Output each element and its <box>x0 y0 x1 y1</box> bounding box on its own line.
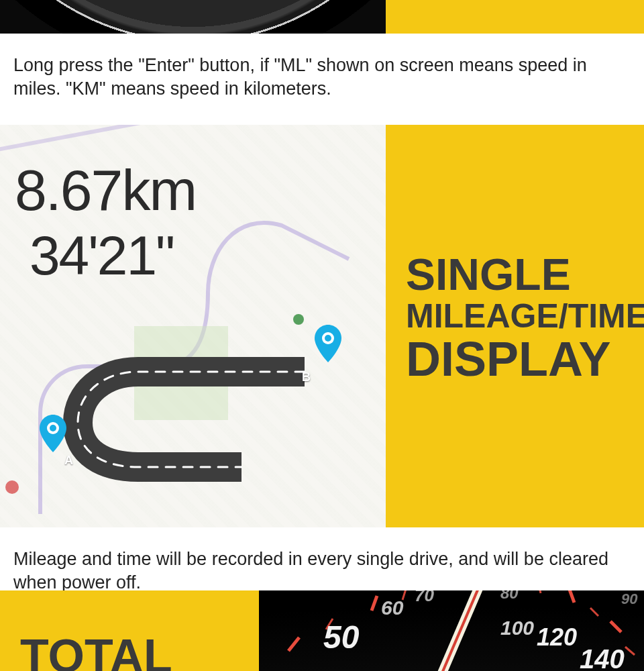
map-pin-b-icon <box>314 325 342 362</box>
bottom-strip: TOTAL <box>0 590 644 671</box>
speedometer-fragment: 50 60 70 80 90 100 120 140 <box>259 590 644 671</box>
hero-title: SINGLE MILEAGE/TIME DISPLAY <box>406 252 644 384</box>
trip-duration-value: 34'21" <box>30 224 174 287</box>
svg-point-1 <box>293 314 304 325</box>
trip-distance-value: 8.67km <box>15 157 196 223</box>
gauge-number: 120 <box>537 623 577 651</box>
hero-title-line3: DISPLAY <box>406 335 644 384</box>
point-label-b: B <box>302 370 311 384</box>
svg-point-4 <box>325 335 331 342</box>
top-gauge-fragment <box>0 0 386 34</box>
map-panel: 8.67km 34'21" B A <box>0 125 386 527</box>
map-pin-a-icon <box>39 415 67 452</box>
bottom-accent-block: TOTAL <box>0 590 259 671</box>
gauge-number: 50 <box>323 619 360 655</box>
gauge-number: 100 <box>500 617 534 639</box>
point-label-a: A <box>64 454 73 468</box>
instruction-text-1: Long press the "Enter" button, if "ML" s… <box>0 34 644 125</box>
s-road-icon <box>31 340 353 487</box>
gauge-number: 140 <box>580 644 625 671</box>
svg-point-0 <box>5 480 19 494</box>
gauge-number: 90 <box>621 590 638 607</box>
speedometer-icon: 50 60 70 80 90 100 120 140 <box>259 590 644 671</box>
gauge-number: 60 <box>381 597 404 619</box>
svg-point-6 <box>50 425 56 431</box>
bottom-title-partial: TOTAL <box>20 629 172 671</box>
gauge-number: 70 <box>415 590 434 605</box>
hero-title-line1: SINGLE <box>406 252 644 297</box>
route-illustration: B A <box>31 340 353 487</box>
hero-title-panel: SINGLE MILEAGE/TIME DISPLAY <box>386 125 644 527</box>
gauge-number: 80 <box>500 590 519 602</box>
hero-section: 8.67km 34'21" B A SINGLE MILEAGE/TIME DI… <box>0 125 644 527</box>
top-accent-block <box>386 0 644 34</box>
top-strip <box>0 0 644 34</box>
hero-title-line2: MILEAGE/TIME <box>406 299 644 333</box>
